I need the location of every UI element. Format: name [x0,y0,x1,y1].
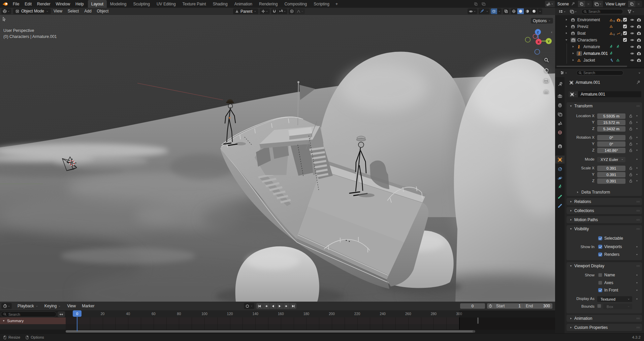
start-frame-field[interactable]: Start1 [494,303,523,309]
tab-compositing[interactable]: Compositing [281,0,310,8]
properties-tab-object[interactable] [555,156,565,164]
proportional-falloff-selector[interactable] [295,8,305,14]
disable-render-camera-icon[interactable] [637,24,641,29]
lock-icon[interactable] [629,142,633,146]
outliner-item-jacket[interactable]: Jacket [555,57,644,64]
animate-dot[interactable] [635,297,639,301]
transform-value-7[interactable]: 0.391 [597,166,625,171]
hide-viewport-eye-icon[interactable] [630,24,635,29]
snap-toggle[interactable] [271,8,278,14]
show-in-viewports-checkbox[interactable] [598,245,602,249]
window-icon-1[interactable] [474,2,478,6]
show-name-checkbox[interactable] [598,273,602,277]
timeline-menu-keying[interactable]: Keying [42,302,64,310]
bounds-dropdown[interactable]: Box [603,304,632,309]
transform-value-3[interactable]: 0° [597,135,625,140]
menu-file[interactable]: File [10,0,22,8]
show-overlays-toggle[interactable] [491,8,497,14]
shading-rendered-button[interactable] [531,8,537,14]
pin-scene-icon[interactable] [571,2,575,6]
outliner-item-armature[interactable]: Armature [555,43,644,50]
visibility-panel-header[interactable]: Visibility [567,225,642,232]
animate-dot[interactable] [635,135,639,139]
properties-tab-bone[interactable] [555,193,565,201]
play-button[interactable] [277,303,283,309]
object-name-field[interactable]: Armature.001 [578,91,641,97]
properties-tab-scene[interactable] [555,119,565,127]
bounds-checkbox[interactable] [597,304,601,308]
lock-icon[interactable] [629,166,633,170]
animate-dot[interactable] [635,120,639,124]
properties-tab-physics[interactable] [555,174,565,182]
animate-dot[interactable] [635,245,639,249]
animate-dot[interactable] [635,157,639,161]
show-axes-checkbox[interactable] [598,281,602,285]
tab-rendering[interactable]: Rendering [256,0,281,8]
animate-dot[interactable] [635,273,639,277]
menu-window[interactable]: Window [53,0,73,8]
transform-value-4[interactable]: 0° [597,141,625,147]
pivot-point-selector[interactable] [260,8,270,14]
end-frame-field[interactable]: End300 [523,303,552,309]
hide-viewport-eye-icon[interactable] [630,31,635,36]
section-header-motion-paths[interactable]: Motion Paths [567,216,642,223]
view-layer-icon-button[interactable] [593,1,603,7]
new-view-layer-button[interactable] [628,1,635,7]
section-header-collections[interactable]: Collections [567,207,642,214]
auto-keying-toggle[interactable] [244,303,254,309]
viewport-menu-select[interactable]: Select [65,8,82,15]
properties-tab-data[interactable] [555,182,565,191]
hide-viewport-eye-icon[interactable] [630,44,635,49]
hide-viewport-eye-icon[interactable] [630,38,635,42]
properties-tab-tool[interactable] [555,80,565,88]
timeline-filter-button[interactable] [58,311,65,317]
lock-icon[interactable] [629,179,633,183]
jump-to-start-button[interactable] [256,303,263,309]
menu-render[interactable]: Render [34,0,53,8]
tab-animation[interactable]: Animation [231,0,256,8]
exclude-checkbox[interactable] [623,18,627,22]
viewport-display-panel-header[interactable]: Viewport Display [567,262,642,269]
delta-transform-subpanel[interactable]: Delta Transform [576,190,610,195]
outliner-item-environment[interactable]: Environment63 [555,16,644,23]
disable-render-camera-icon[interactable] [637,51,641,56]
properties-tab-world[interactable] [555,128,565,136]
disclosure-right-icon[interactable] [565,25,568,28]
delete-scene-button[interactable] [585,1,592,7]
show-in-renders-checkbox[interactable] [598,252,602,257]
play-reverse-button[interactable] [270,303,276,309]
disclosure-down-icon[interactable] [565,38,568,42]
disable-render-camera-icon[interactable] [637,44,641,49]
menu-edit[interactable]: Edit [22,0,34,8]
transform-panel-header[interactable]: Transform [567,102,642,109]
shading-material-button[interactable] [524,8,530,14]
properties-tab-view-layer[interactable] [555,110,565,118]
lock-icon[interactable] [629,114,633,118]
lock-icon[interactable] [629,135,633,140]
outliner-editor-type-button[interactable] [558,9,566,14]
snap-target-selector[interactable] [278,8,287,14]
tab-layout[interactable]: Layout [88,0,107,8]
animate-dot[interactable] [635,114,639,118]
exclude-checkbox[interactable] [623,31,627,35]
properties-options-dropdown[interactable] [638,71,641,75]
use-preview-range-toggle[interactable] [487,303,494,309]
disclosure-right-icon[interactable] [571,52,575,55]
lock-icon[interactable] [629,120,633,125]
outliner-display-mode-button[interactable] [570,9,577,14]
shading-solid-button[interactable] [517,8,524,14]
timeline-editor-type-button[interactable] [1,303,12,309]
playhead-badge[interactable]: 0 [73,310,82,317]
section-header-custom-properties[interactable]: Custom Properties [567,324,642,331]
timeline-search-input[interactable]: Search [1,311,57,317]
current-frame-field[interactable]: 0 [460,303,485,309]
menu-help[interactable]: Help [73,0,87,8]
prev-keyframe-button[interactable] [263,303,269,309]
show-gizmo-toggle[interactable] [479,8,485,14]
viewport-menu-object[interactable]: Object [94,8,111,15]
tab-texture-paint[interactable]: Texture Paint [179,0,210,8]
show-in-front-checkbox[interactable] [598,288,602,292]
properties-tab-bone-constraint[interactable] [555,202,565,210]
outliner-search-input[interactable]: Search [581,9,623,14]
disclosure-right-icon[interactable] [565,31,568,35]
